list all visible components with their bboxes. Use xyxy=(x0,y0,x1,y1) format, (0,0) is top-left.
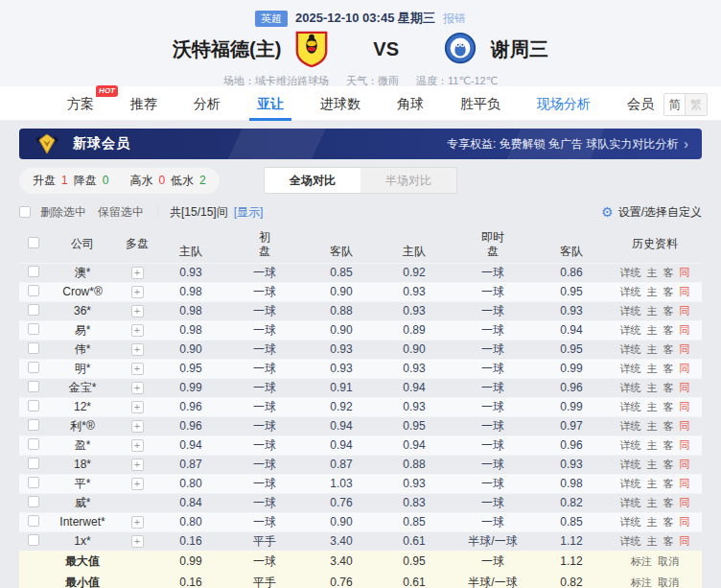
expand-odds-button[interactable]: + xyxy=(131,535,144,548)
history-detail-link[interactable]: 详统 xyxy=(620,459,641,470)
expand-odds-button[interactable]: + xyxy=(131,363,144,375)
tab-analysis[interactable]: 分析 xyxy=(175,86,239,121)
mark-link[interactable]: 标注 xyxy=(631,555,652,567)
history-away-link[interactable]: 客 xyxy=(663,267,674,278)
history-detail-link[interactable]: 详统 xyxy=(620,324,641,336)
history-home-link[interactable]: 主 xyxy=(647,497,658,508)
expand-odds-button[interactable]: + xyxy=(131,420,144,433)
expand-odds-button[interactable]: + xyxy=(131,382,144,394)
company-name[interactable]: 金宝* xyxy=(69,381,97,394)
history-home-link[interactable]: 主 xyxy=(647,305,658,317)
row-checkbox[interactable] xyxy=(28,323,39,335)
tab-plans[interactable]: 方案 HOT xyxy=(49,86,112,121)
row-checkbox[interactable] xyxy=(28,477,39,488)
history-same-link[interactable]: 同 xyxy=(680,401,690,412)
expand-odds-button[interactable]: + xyxy=(131,305,144,318)
row-checkbox[interactable] xyxy=(28,381,39,392)
history-home-link[interactable]: 主 xyxy=(647,478,658,489)
history-home-link[interactable]: 主 xyxy=(647,324,658,336)
history-detail-link[interactable]: 详统 xyxy=(620,535,641,547)
history-home-link[interactable]: 主 xyxy=(647,401,658,412)
history-same-link[interactable]: 同 xyxy=(680,535,690,547)
history-away-link[interactable]: 客 xyxy=(663,516,674,528)
history-same-link[interactable]: 同 xyxy=(680,324,690,336)
row-checkbox[interactable] xyxy=(28,438,39,450)
history-away-link[interactable]: 客 xyxy=(663,305,674,317)
history-detail-link[interactable]: 详统 xyxy=(620,420,641,432)
expand-odds-button[interactable]: + xyxy=(131,401,144,413)
row-checkbox[interactable] xyxy=(28,342,39,354)
history-home-link[interactable]: 主 xyxy=(647,363,658,374)
expand-odds-button[interactable]: + xyxy=(131,343,144,356)
history-same-link[interactable]: 同 xyxy=(680,305,690,317)
history-away-link[interactable]: 客 xyxy=(663,497,674,508)
history-home-link[interactable]: 主 xyxy=(647,439,658,451)
history-detail-link[interactable]: 详统 xyxy=(620,286,641,297)
company-name[interactable]: 威* xyxy=(75,496,91,509)
history-same-link[interactable]: 同 xyxy=(680,497,690,508)
half-match-tab[interactable]: 半场对比 xyxy=(360,168,456,193)
expand-odds-button[interactable]: + xyxy=(131,439,144,452)
row-checkbox[interactable] xyxy=(28,362,39,373)
settings-control[interactable]: ⚙ 设置/选择自定义 xyxy=(601,204,702,221)
history-detail-link[interactable]: 详统 xyxy=(620,439,641,451)
company-name[interactable]: 36* xyxy=(74,304,91,318)
history-away-link[interactable]: 客 xyxy=(663,324,674,336)
company-name[interactable]: Interwet* xyxy=(59,515,105,529)
history-away-link[interactable]: 客 xyxy=(663,382,674,393)
tab-corners[interactable]: 角球 xyxy=(379,86,442,121)
history-same-link[interactable]: 同 xyxy=(680,459,690,470)
history-away-link[interactable]: 客 xyxy=(663,343,674,355)
history-same-link[interactable]: 同 xyxy=(680,286,690,297)
history-same-link[interactable]: 同 xyxy=(680,439,690,451)
history-home-link[interactable]: 主 xyxy=(647,459,658,470)
history-home-link[interactable]: 主 xyxy=(647,516,658,528)
history-home-link[interactable]: 主 xyxy=(647,420,658,432)
row-checkbox[interactable] xyxy=(28,515,39,527)
history-same-link[interactable]: 同 xyxy=(680,420,690,432)
expand-odds-button[interactable]: + xyxy=(131,324,144,337)
company-name[interactable]: Crow*® xyxy=(62,285,103,298)
history-same-link[interactable]: 同 xyxy=(680,478,690,489)
cancel-link[interactable]: 取消 xyxy=(658,555,679,567)
expand-odds-button[interactable]: + xyxy=(131,459,144,471)
delete-selected-button[interactable]: 删除选中 xyxy=(40,204,86,221)
history-away-link[interactable]: 客 xyxy=(663,535,674,547)
history-away-link[interactable]: 客 xyxy=(663,478,674,489)
company-name[interactable]: 利*® xyxy=(70,419,95,433)
header-checkbox[interactable] xyxy=(28,237,39,248)
company-name[interactable]: 1x* xyxy=(74,534,90,548)
company-name[interactable]: 伟* xyxy=(75,342,91,356)
traditional-chinese-button[interactable]: 繁 xyxy=(686,94,707,115)
company-name[interactable]: 12* xyxy=(74,400,91,413)
history-detail-link[interactable]: 详统 xyxy=(620,516,641,528)
history-away-link[interactable]: 客 xyxy=(663,401,674,412)
mark-link[interactable]: 标注 xyxy=(631,576,652,588)
history-away-link[interactable]: 客 xyxy=(663,420,674,432)
expand-odds-button[interactable]: + xyxy=(131,516,144,529)
history-same-link[interactable]: 同 xyxy=(680,382,690,393)
company-name[interactable]: 澳* xyxy=(75,266,91,279)
history-home-link[interactable]: 主 xyxy=(647,382,658,393)
show-link[interactable]: [显示] xyxy=(234,204,264,221)
tab-goals[interactable]: 进球数 xyxy=(302,86,379,121)
history-detail-link[interactable]: 详统 xyxy=(620,363,641,374)
history-detail-link[interactable]: 详统 xyxy=(620,305,641,317)
expand-odds-button[interactable]: + xyxy=(131,267,144,279)
history-detail-link[interactable]: 详统 xyxy=(620,478,641,489)
row-checkbox[interactable] xyxy=(28,266,39,277)
row-checkbox[interactable] xyxy=(28,419,39,431)
history-away-link[interactable]: 客 xyxy=(663,286,674,297)
history-home-link[interactable]: 主 xyxy=(647,343,658,355)
keep-selected-button[interactable]: 保留选中 xyxy=(98,204,144,221)
history-away-link[interactable]: 客 xyxy=(663,439,674,451)
row-checkbox[interactable] xyxy=(28,400,39,412)
history-detail-link[interactable]: 详统 xyxy=(620,382,641,393)
row-checkbox[interactable] xyxy=(28,496,39,507)
history-detail-link[interactable]: 详统 xyxy=(620,343,641,355)
company-name[interactable]: 平* xyxy=(75,477,91,490)
vip-banner[interactable]: 新球会员 专享权益: 免费解锁 免广告 球队实力对比分析 › xyxy=(19,129,702,159)
history-same-link[interactable]: 同 xyxy=(680,516,690,528)
row-checkbox[interactable] xyxy=(28,304,39,316)
full-match-tab[interactable]: 全场对比 xyxy=(265,168,360,193)
